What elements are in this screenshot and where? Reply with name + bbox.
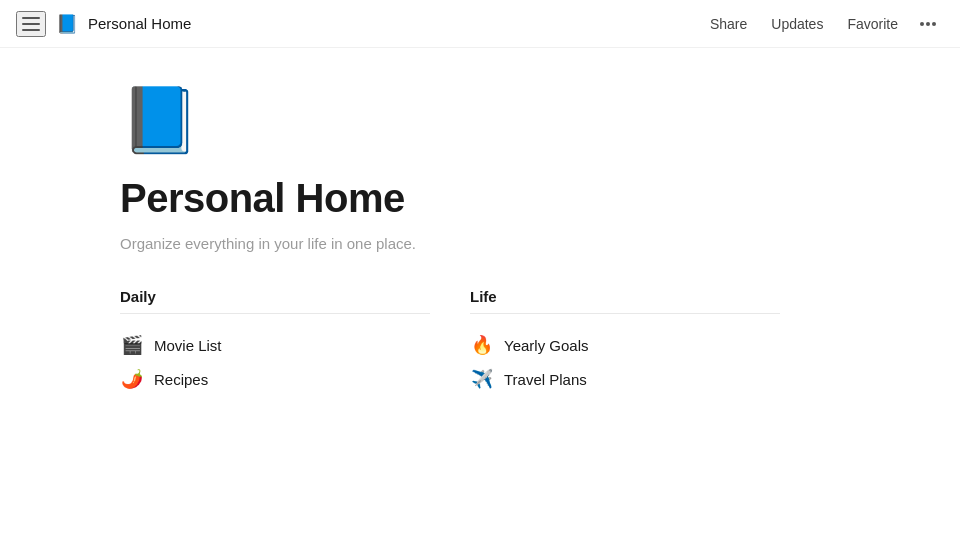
menu-button[interactable] bbox=[16, 11, 46, 37]
daily-column-title: Daily bbox=[120, 288, 430, 305]
travel-plans-label: Travel Plans bbox=[504, 371, 587, 388]
header-right: Share Updates Favorite bbox=[700, 11, 944, 37]
list-item[interactable]: 🔥 Yearly Goals bbox=[470, 328, 780, 362]
share-button[interactable]: Share bbox=[700, 11, 757, 37]
daily-divider bbox=[120, 313, 430, 314]
daily-column: Daily 🎬 Movie List 🌶️ Recipes bbox=[120, 288, 430, 396]
list-item[interactable]: 🌶️ Recipes bbox=[120, 362, 430, 396]
updates-button[interactable]: Updates bbox=[761, 11, 833, 37]
movie-list-icon: 🎬 bbox=[120, 334, 144, 356]
life-column-title: Life bbox=[470, 288, 780, 305]
recipes-icon: 🌶️ bbox=[120, 368, 144, 390]
page-icon-small: 📘 bbox=[56, 13, 78, 35]
page-description: Organize everything in your life in one … bbox=[120, 235, 780, 252]
main-content: 📘 Personal Home Organize everything in y… bbox=[0, 48, 900, 436]
header-left: 📘 Personal Home bbox=[16, 11, 191, 37]
life-column: Life 🔥 Yearly Goals ✈️ Travel Plans bbox=[470, 288, 780, 396]
yearly-goals-icon: 🔥 bbox=[470, 334, 494, 356]
header: 📘 Personal Home Share Updates Favorite bbox=[0, 0, 960, 48]
content-columns: Daily 🎬 Movie List 🌶️ Recipes Life 🔥 Yea… bbox=[120, 288, 780, 396]
list-item[interactable]: 🎬 Movie List bbox=[120, 328, 430, 362]
page-cover-icon: 📘 bbox=[120, 88, 780, 152]
yearly-goals-label: Yearly Goals bbox=[504, 337, 589, 354]
favorite-button[interactable]: Favorite bbox=[837, 11, 908, 37]
more-options-button[interactable] bbox=[912, 17, 944, 31]
page-title: Personal Home bbox=[120, 176, 780, 221]
movie-list-label: Movie List bbox=[154, 337, 222, 354]
travel-plans-icon: ✈️ bbox=[470, 368, 494, 390]
header-page-title: Personal Home bbox=[88, 15, 191, 32]
life-divider bbox=[470, 313, 780, 314]
list-item[interactable]: ✈️ Travel Plans bbox=[470, 362, 780, 396]
recipes-label: Recipes bbox=[154, 371, 208, 388]
